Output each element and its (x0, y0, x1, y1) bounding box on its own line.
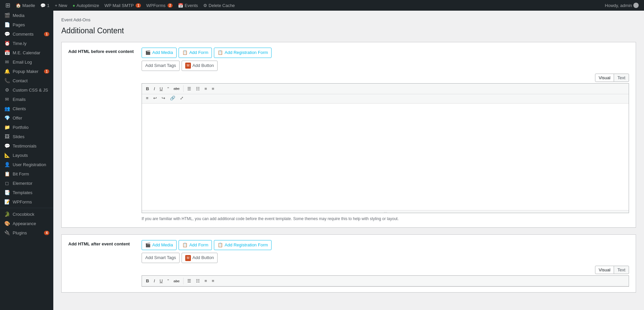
before-add-smart-tags-button[interactable]: Add Smart Tags (142, 61, 180, 71)
before-undo-btn[interactable]: ↩ (151, 94, 159, 102)
after-visual-tab[interactable]: Visual (595, 266, 614, 274)
ol-icon: ☷ (196, 86, 200, 91)
sidebar-item-clients[interactable]: 👥 Clients (0, 104, 53, 113)
autoptimize-item[interactable]: ● Autoptimize (70, 0, 102, 11)
sidebar-item-layouts[interactable]: 📐 Layouts (0, 151, 53, 160)
before-visual-tab[interactable]: Visual (595, 74, 614, 82)
add-button-icon: M (185, 63, 191, 69)
link-icon: 🔗 (170, 96, 175, 101)
wp-mail-smtp-item[interactable]: WP Mail SMTP 1 (102, 0, 144, 11)
before-section-label: Add HTML before event content (68, 48, 135, 222)
sidebar-item-crocoblock[interactable]: 🐊 Crocoblock (0, 209, 53, 219)
before-align-justify-btn[interactable]: ≡ (144, 94, 151, 102)
sidebar-item-wpforms[interactable]: 📝 WPForms (0, 197, 53, 206)
comments-item[interactable]: 💬 1 (38, 0, 52, 11)
before-redo-btn[interactable]: ↪ (160, 94, 167, 102)
offer-icon: 💎 (4, 115, 10, 121)
sidebar-item-templates[interactable]: 📑 Templates (0, 188, 53, 197)
after-align-right-icon: ≡ (212, 278, 214, 283)
before-underline-btn[interactable]: U (158, 85, 165, 93)
after-add-form-button[interactable]: 📋 Add Form (179, 240, 212, 250)
before-fullscreen-btn[interactable]: ⤢ (178, 94, 186, 102)
main-content: Event Add-Ons Additional Content Add HTM… (53, 11, 644, 310)
after-align-left-btn[interactable]: ≡ (203, 277, 209, 285)
sidebar-item-me-calendar[interactable]: 📅 M.E. Calendar (0, 48, 53, 57)
wpforms-item[interactable]: WPForms 2 (144, 0, 175, 11)
after-add-smart-tags-label: Add Smart Tags (145, 254, 176, 261)
sidebar-item-comments[interactable]: 💬 Comments 1 (0, 29, 53, 39)
sidebar-item-portfolio[interactable]: 📁 Portfolio (0, 123, 53, 132)
sidebar-item-email-log[interactable]: ✉ Email Log (0, 57, 53, 67)
sidebar-item-user-registration[interactable]: 👤 User Registration (0, 160, 53, 169)
after-add-media-label: Add Media (152, 242, 173, 249)
before-section-row: Add HTML before event content 🎬 Add Medi… (62, 42, 636, 227)
sidebar-item-emails-label: Emails (13, 97, 26, 102)
emails-icon: ✉ (4, 97, 10, 102)
before-strikethrough-btn[interactable]: abc (172, 85, 182, 92)
events-item[interactable]: 📅 Events (175, 0, 201, 11)
before-blockquote-btn[interactable]: " (165, 85, 171, 93)
before-text-tab[interactable]: Text (614, 74, 629, 82)
before-bold-btn[interactable]: B (144, 85, 151, 93)
before-editor-toolbar-row2: ≡ ↩ ↪ 🔗 ⤢ (142, 94, 629, 104)
before-content-section: Add HTML before event content 🎬 Add Medi… (61, 42, 636, 228)
before-add-media-button[interactable]: 🎬 Add Media (142, 48, 177, 58)
after-blockquote-btn[interactable]: " (165, 277, 171, 285)
sidebar-item-slides[interactable]: 🖼 Slides (0, 132, 53, 141)
after-strikethrough-btn[interactable]: abc (172, 278, 182, 284)
before-add-button-button[interactable]: M Add Button (182, 61, 218, 71)
site-name-item[interactable]: 🏠 Maelle (13, 0, 38, 11)
templates-icon: 📑 (4, 190, 10, 195)
delete-cache-item[interactable]: ⚙ Delete Cache (201, 0, 238, 11)
after-ol-btn[interactable]: ☷ (194, 277, 202, 285)
plugins-badge: 4 (44, 231, 49, 235)
sidebar-item-comments-label: Comments (13, 32, 34, 37)
before-align-left-btn[interactable]: ≡ (203, 85, 209, 93)
sidebar-item-popup-maker[interactable]: 🔔 Popup Maker 1 (0, 67, 53, 76)
sidebar-item-timely[interactable]: ⏰ Time.ly (0, 39, 53, 48)
sidebar-item-elementor[interactable]: ◻ Elementor (0, 178, 53, 188)
after-italic-btn[interactable]: I (152, 277, 157, 285)
after-text-tab[interactable]: Text (614, 266, 629, 274)
before-editor-body[interactable] (142, 104, 629, 210)
sidebar-item-emails[interactable]: ✉ Emails (0, 95, 53, 104)
after-add-smart-tags-button[interactable]: Add Smart Tags (142, 253, 180, 263)
timely-icon: ⏰ (4, 41, 10, 46)
sidebar-item-contact[interactable]: 📞 Contact (0, 76, 53, 85)
before-add-smart-tags-label: Add Smart Tags (145, 62, 176, 69)
after-ol-icon: ☷ (196, 278, 200, 283)
sidebar-item-custom-css-js-label: Custom CSS & JS (13, 88, 48, 93)
wp-mail-smtp-label: WP Mail SMTP (105, 3, 134, 8)
before-add-registration-form-button[interactable]: 📋 Add Registration Form (214, 48, 272, 58)
after-ul-btn[interactable]: ☰ (185, 277, 193, 285)
sidebar-item-media-label: Media (13, 13, 24, 18)
sidebar-item-bit-form-label: Bit Form (13, 171, 29, 176)
new-item[interactable]: + New (52, 0, 70, 11)
before-add-form-button[interactable]: 📋 Add Form (179, 48, 212, 58)
sidebar-item-plugins[interactable]: 🔌 Plugins 4 (0, 228, 53, 237)
sidebar-item-testimonials[interactable]: 💬 Testimonials (0, 141, 53, 151)
before-ol-btn[interactable]: ☷ (194, 85, 202, 93)
after-add-registration-form-button[interactable]: 📋 Add Registration Form (214, 240, 272, 250)
sidebar-item-email-log-label: Email Log (13, 60, 32, 65)
sidebar-item-pages[interactable]: 📄 Pages (0, 20, 53, 29)
after-bold-btn[interactable]: B (144, 277, 151, 285)
sidebar-item-media[interactable]: 🎬 Media (0, 11, 53, 20)
after-align-right-btn[interactable]: ≡ (210, 277, 216, 285)
add-media-icon: 🎬 (145, 49, 151, 56)
after-add-button-button[interactable]: M Add Button (182, 253, 218, 263)
before-ul-btn[interactable]: ☰ (185, 85, 193, 93)
sidebar-item-bit-form[interactable]: 📋 Bit Form (0, 169, 53, 178)
delete-cache-label: Delete Cache (209, 3, 235, 8)
sidebar-item-appearance[interactable]: 🎨 Appearance (0, 219, 53, 228)
wp-logo-item[interactable]: ⊞ (3, 0, 13, 11)
after-underline-btn[interactable]: U (158, 277, 165, 285)
before-link-btn[interactable]: 🔗 (168, 94, 177, 102)
after-add-registration-form-icon: 📋 (218, 242, 223, 249)
after-add-media-button[interactable]: 🎬 Add Media (142, 240, 177, 250)
before-editor-resize[interactable]: ⋯ (142, 210, 629, 213)
before-italic-btn[interactable]: I (152, 85, 157, 93)
before-align-right-btn[interactable]: ≡ (210, 85, 216, 93)
sidebar-item-offer[interactable]: 💎 Offer (0, 113, 53, 123)
sidebar-item-custom-css-js[interactable]: ⚙ Custom CSS & JS (0, 85, 53, 95)
